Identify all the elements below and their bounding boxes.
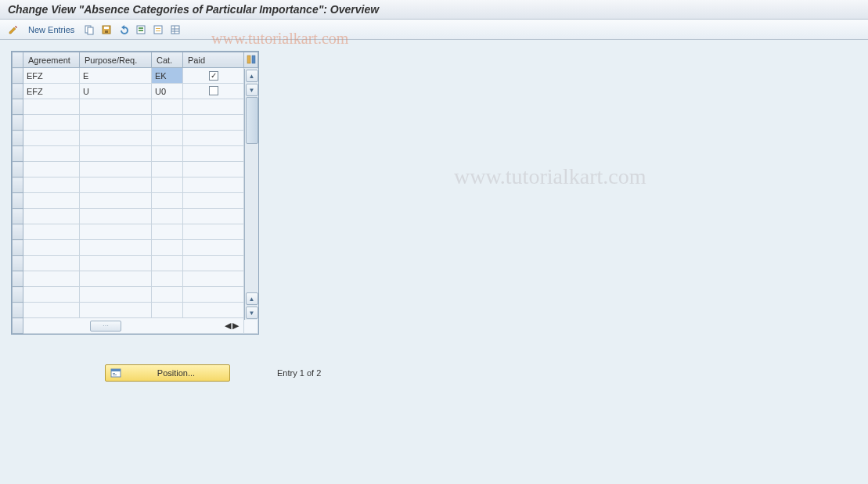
table-row[interactable] — [13, 209, 258, 224]
row-selector[interactable] — [13, 177, 23, 193]
table-row[interactable] — [13, 287, 258, 303]
cell-paid[interactable] — [183, 162, 244, 177]
new-entries-button[interactable]: New Entries — [23, 25, 79, 34]
row-selector[interactable] — [13, 131, 23, 146]
row-selector[interactable] — [13, 271, 23, 287]
cell-cat[interactable] — [152, 303, 183, 318]
cell-paid[interactable] — [183, 193, 244, 209]
cell-cat[interactable] — [152, 256, 183, 271]
table-row[interactable] — [13, 177, 258, 193]
table-config-icon[interactable] — [244, 52, 258, 68]
col-header-agreement[interactable]: Agreement — [23, 52, 80, 68]
cell-cat[interactable] — [152, 162, 183, 177]
cell-agreement[interactable] — [23, 271, 80, 287]
position-button[interactable]: Position... — [105, 364, 230, 382]
cell-purpose[interactable] — [80, 224, 152, 240]
cell-paid[interactable] — [183, 303, 244, 318]
cell-purpose[interactable] — [80, 99, 152, 115]
paid-checkbox[interactable] — [209, 86, 218, 95]
cell-paid[interactable] — [183, 271, 244, 287]
cell-paid[interactable]: ✓ — [183, 68, 244, 84]
cell-cat[interactable] — [152, 146, 183, 162]
cell-paid[interactable] — [183, 146, 244, 162]
cell-agreement[interactable] — [23, 115, 80, 131]
vscroll-thumb[interactable] — [246, 97, 258, 144]
cell-paid[interactable] — [183, 131, 244, 146]
cell-agreement[interactable] — [23, 162, 80, 177]
table-row[interactable] — [13, 115, 258, 131]
cell-cat[interactable]: EK — [152, 68, 183, 84]
table-row[interactable] — [13, 271, 258, 287]
hscroll-left-icon[interactable]: ◀ — [225, 321, 231, 331]
edit-pencil-icon[interactable] — [6, 23, 20, 37]
cell-paid[interactable] — [183, 256, 244, 271]
cell-purpose[interactable] — [80, 177, 152, 193]
cell-paid[interactable] — [183, 84, 244, 99]
cell-purpose[interactable]: E — [80, 68, 152, 84]
row-selector[interactable] — [13, 115, 23, 131]
row-selector[interactable] — [13, 68, 23, 84]
cell-purpose[interactable] — [80, 240, 152, 256]
vscroll-down2-icon[interactable]: ▲ — [246, 292, 258, 305]
row-selector[interactable] — [13, 146, 23, 162]
row-selector[interactable] — [13, 303, 23, 318]
table-row[interactable] — [13, 240, 258, 256]
cell-agreement[interactable]: EFZ — [23, 84, 80, 99]
paid-checkbox[interactable]: ✓ — [209, 71, 218, 81]
hscroll-thumb[interactable]: ⋯ — [90, 321, 121, 332]
row-selector-header[interactable] — [13, 52, 23, 68]
cell-paid[interactable] — [183, 287, 244, 303]
cell-paid[interactable] — [183, 99, 244, 115]
cell-cat[interactable] — [152, 131, 183, 146]
cell-agreement[interactable] — [23, 99, 80, 115]
cell-purpose[interactable] — [80, 162, 152, 177]
cell-purpose[interactable] — [80, 146, 152, 162]
cell-cat[interactable] — [152, 240, 183, 256]
select-all-icon[interactable] — [134, 23, 148, 37]
cell-cat[interactable] — [152, 115, 183, 131]
cell-agreement[interactable] — [23, 287, 80, 303]
table-row[interactable] — [13, 256, 258, 271]
table-row[interactable] — [13, 131, 258, 146]
cell-purpose[interactable] — [80, 287, 152, 303]
cell-agreement[interactable] — [23, 256, 80, 271]
vscroll-up-icon[interactable]: ▲ — [246, 70, 258, 82]
cell-purpose[interactable]: U — [80, 84, 152, 99]
cell-agreement[interactable] — [23, 240, 80, 256]
cell-paid[interactable] — [183, 115, 244, 131]
table-row[interactable]: EFZUU0 — [13, 84, 258, 99]
cell-cat[interactable]: U0 — [152, 84, 183, 99]
cell-paid[interactable] — [183, 240, 244, 256]
table-row[interactable] — [13, 99, 258, 115]
table-row[interactable]: EFZEEK✓ — [13, 68, 258, 84]
vertical-scrollbar[interactable]: ▲ ▼ ▲ ▼ — [244, 69, 258, 320]
cell-agreement[interactable] — [23, 303, 80, 318]
vscroll-down-icon[interactable]: ▼ — [246, 307, 258, 319]
row-selector[interactable] — [13, 287, 23, 303]
cell-cat[interactable] — [152, 193, 183, 209]
cell-purpose[interactable] — [80, 209, 152, 224]
cell-cat[interactable] — [152, 99, 183, 115]
table-settings-icon[interactable] — [168, 23, 182, 37]
cell-purpose[interactable] — [80, 131, 152, 146]
cell-agreement[interactable] — [23, 224, 80, 240]
row-selector[interactable] — [13, 240, 23, 256]
cell-agreement[interactable] — [23, 146, 80, 162]
col-header-cat[interactable]: Cat. — [152, 52, 183, 68]
cell-purpose[interactable] — [80, 271, 152, 287]
cell-purpose[interactable] — [80, 115, 152, 131]
table-row[interactable] — [13, 224, 258, 240]
cell-paid[interactable] — [183, 177, 244, 193]
cell-agreement[interactable] — [23, 131, 80, 146]
row-selector[interactable] — [13, 84, 23, 99]
row-selector[interactable] — [13, 193, 23, 209]
row-selector[interactable] — [13, 162, 23, 177]
table-row[interactable] — [13, 146, 258, 162]
cell-cat[interactable] — [152, 224, 183, 240]
table-row[interactable] — [13, 162, 258, 177]
row-selector[interactable] — [13, 209, 23, 224]
save-icon[interactable] — [99, 23, 113, 37]
col-header-purpose[interactable]: Purpose/Req. — [80, 52, 152, 68]
cell-purpose[interactable] — [80, 193, 152, 209]
delimit-icon[interactable] — [151, 23, 165, 37]
